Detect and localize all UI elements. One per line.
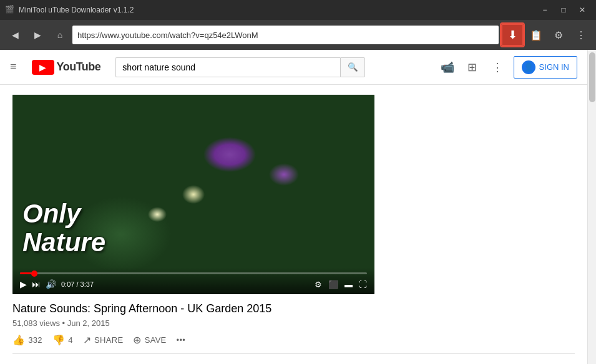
progress-dot — [31, 271, 37, 277]
forward-button[interactable]: ▶ — [27, 25, 47, 45]
controls-row: ▶ ⏭ 🔊 0:07 / 3:37 ⚙ ⬛ ▬ ⛶ — [20, 279, 367, 289]
youtube-play-icon: ▶ — [32, 60, 54, 75]
save-button[interactable]: ⊕ SAVE — [133, 334, 166, 346]
save-icon: ⊕ — [133, 334, 141, 346]
clipboard-icon: 📋 — [530, 29, 542, 41]
flower-background — [12, 95, 374, 294]
more-actions-icon: ••• — [177, 335, 186, 345]
meta-sep: • — [62, 318, 67, 328]
settings-button[interactable]: ⚙ — [549, 25, 569, 45]
video-actions: 👍 332 👎 4 ↗ SHARE ⊕ SAVE — [12, 334, 575, 354]
overlay-line2: Nature — [22, 228, 105, 257]
avatar: 👤 — [522, 60, 535, 74]
sign-in-button[interactable]: 👤 SIGN IN — [514, 56, 577, 79]
address-bar-wrap — [72, 26, 499, 44]
theater-icon[interactable]: ▬ — [344, 280, 353, 289]
dislike-count: 4 — [68, 335, 73, 345]
video-upload-icon[interactable]: 📹 — [439, 59, 456, 76]
sign-in-label: SIGN IN — [539, 62, 569, 72]
progress-bar[interactable] — [20, 272, 367, 274]
time-total: 3:37 — [81, 280, 94, 288]
video-meta: 51,083 views • Jun 2, 2015 — [12, 318, 575, 328]
window-controls: − □ ✕ — [536, 1, 591, 19]
overlay-line1: Only — [22, 199, 105, 228]
share-button[interactable]: ↗ SHARE — [83, 334, 124, 346]
browser-content: ≡ ▶ YouTube 🔍 📹 ⊞ ⋮ 👤 SIGN IN — [0, 50, 596, 364]
skip-button[interactable]: ⏭ — [32, 279, 41, 289]
progress-fill — [20, 272, 31, 274]
youtube-logo-text: YouTube — [57, 60, 101, 74]
menu-button[interactable]: ⋮ — [571, 25, 591, 45]
forward-icon: ▶ — [34, 30, 41, 40]
home-button[interactable]: ⌂ — [50, 25, 70, 45]
dislike-icon: 👎 — [52, 334, 65, 346]
header-right: 📹 ⊞ ⋮ 👤 SIGN IN — [439, 56, 577, 79]
search-icon: 🔍 — [348, 62, 358, 72]
more-options-icon[interactable]: ⋮ — [489, 59, 506, 76]
play-button[interactable]: ▶ — [20, 279, 27, 289]
save-label: SAVE — [145, 335, 167, 345]
time-current: 0:07 — [61, 280, 74, 288]
like-icon: 👍 — [12, 334, 25, 346]
scrollbar-thumb[interactable] — [589, 52, 595, 102]
video-player[interactable]: Only Nature ▶ ⏭ 🔊 0:07 — [12, 95, 374, 294]
youtube-page: ≡ ▶ YouTube 🔍 📹 ⊞ ⋮ 👤 SIGN IN — [0, 50, 587, 364]
addressbar: ◀ ▶ ⌂ ⬇ 📋 ⚙ ⋮ — [0, 20, 596, 50]
more-actions-button[interactable]: ••• — [177, 335, 186, 345]
controls-right: ⚙ ⬛ ▬ ⛶ — [315, 280, 367, 289]
menu-icon: ⋮ — [576, 29, 586, 41]
search-input[interactable] — [115, 57, 340, 77]
address-input[interactable] — [77, 31, 494, 40]
apps-grid-icon[interactable]: ⊞ — [464, 59, 481, 76]
clipboard-button[interactable]: 📋 — [526, 25, 546, 45]
like-count: 332 — [28, 335, 42, 345]
close-button[interactable]: ✕ — [574, 1, 591, 19]
home-icon: ⌂ — [57, 30, 62, 40]
settings-icon: ⚙ — [554, 29, 563, 41]
download-icon: ⬇ — [508, 28, 517, 42]
hamburger-menu-icon[interactable]: ≡ — [10, 60, 17, 74]
titlebar: 🎬 MiniTool uTube Downloader v1.1.2 − □ ✕ — [0, 0, 596, 20]
search-button[interactable]: 🔍 — [340, 57, 365, 77]
share-label: SHARE — [94, 335, 123, 345]
view-count: 51,083 views — [12, 318, 60, 328]
youtube-header: ≡ ▶ YouTube 🔍 📹 ⊞ ⋮ 👤 SIGN IN — [0, 50, 587, 85]
search-bar: 🔍 — [115, 57, 365, 77]
publish-date: Jun 2, 2015 — [67, 318, 110, 328]
video-controls: ▶ ⏭ 🔊 0:07 / 3:37 ⚙ ⬛ ▬ ⛶ — [12, 267, 374, 294]
share-icon: ↗ — [83, 334, 91, 346]
fullscreen-icon[interactable]: ⛶ — [359, 280, 367, 289]
subtitles-icon[interactable]: ⬛ — [328, 280, 338, 289]
app-icon: 🎬 — [5, 5, 15, 15]
like-button[interactable]: 👍 332 — [12, 334, 42, 346]
minimize-button[interactable]: − — [536, 1, 554, 19]
video-time: 0:07 / 3:37 — [61, 280, 94, 288]
video-thumbnail: Only Nature — [12, 95, 374, 294]
download-button[interactable]: ⬇ — [501, 24, 524, 46]
dislike-button[interactable]: 👎 4 — [52, 334, 73, 346]
back-button[interactable]: ◀ — [5, 25, 25, 45]
youtube-main: Only Nature ▶ ⏭ 🔊 0:07 — [0, 85, 587, 364]
maximize-button[interactable]: □ — [555, 1, 572, 19]
video-info: Nature Sounds: Spring Afternoon - UK Gar… — [12, 302, 575, 354]
app-title: MiniTool uTube Downloader v1.1.2 — [19, 6, 536, 14]
back-icon: ◀ — [12, 30, 19, 40]
settings-icon[interactable]: ⚙ — [315, 280, 322, 289]
youtube-logo[interactable]: ▶ YouTube — [32, 60, 101, 75]
video-title: Nature Sounds: Spring Afternoon - UK Gar… — [12, 302, 575, 316]
video-overlay-text: Only Nature — [22, 199, 105, 257]
volume-button[interactable]: 🔊 — [46, 279, 56, 289]
scrollbar-track[interactable] — [587, 50, 596, 364]
